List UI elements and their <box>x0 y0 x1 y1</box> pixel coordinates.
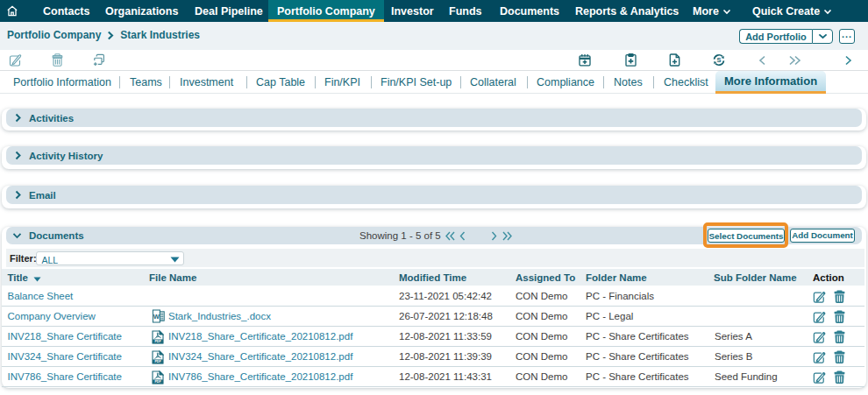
svg-text:W: W <box>153 313 160 321</box>
svg-text:PDF: PDF <box>154 340 161 343</box>
svg-text:S: S <box>716 56 721 64</box>
svg-text:PDF: PDF <box>154 380 161 384</box>
svg-text:PDF: PDF <box>154 360 161 363</box>
